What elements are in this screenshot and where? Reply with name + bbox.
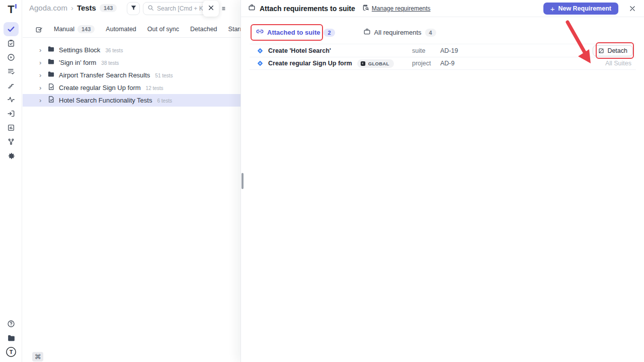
- global-badge: GLOBAL: [357, 59, 394, 68]
- tree-row-sign-in-form[interactable]: › 'Sign in' form 38 tests: [23, 56, 240, 69]
- requirements-tabs: Attached to suite 2 All requirements 4: [241, 24, 644, 41]
- tab-detached[interactable]: Detached: [190, 26, 217, 33]
- tab-starred[interactable]: Starred: [228, 26, 240, 33]
- app-logo[interactable]: T: [4, 3, 18, 16]
- branch-icon: [7, 138, 15, 146]
- folder-icon: [47, 70, 55, 80]
- manage-requirements-link[interactable]: Manage requirements: [362, 4, 431, 13]
- tab-automated[interactable]: Automated: [106, 26, 136, 33]
- sidebar-item-settings[interactable]: [4, 149, 19, 163]
- keyboard-shortcut-button[interactable]: ⌘: [32, 352, 43, 361]
- icon-rail: T: [0, 0, 22, 362]
- global-badge-label: GLOBAL: [368, 61, 389, 66]
- app-logo-letter: T: [8, 3, 14, 16]
- tab-automated-label: Automated: [106, 26, 136, 33]
- tree-item-count: 38 tests: [101, 60, 119, 66]
- app-logo-accent: [15, 4, 17, 9]
- search-icon: [147, 4, 154, 13]
- tab-attached-to-suite[interactable]: Attached to suite 2: [256, 28, 335, 37]
- suite-tree: › Settings Block 36 tests › 'Sign in' fo…: [23, 42, 240, 107]
- panel-header: Attach requirements to suite Manage requ…: [241, 0, 644, 17]
- chevron-right-icon[interactable]: ›: [39, 72, 43, 78]
- breadcrumb-section[interactable]: Tests: [77, 4, 96, 12]
- requirement-type: project: [412, 60, 431, 67]
- sidebar-item-pulse[interactable]: [4, 93, 19, 107]
- search-overlay-close-button[interactable]: [203, 1, 219, 17]
- document-check-icon: [47, 96, 55, 105]
- requirement-row-hotel-search[interactable]: Create 'Hotel Search' suite AD-19 Detach: [250, 44, 636, 57]
- tree-row-settings-block[interactable]: › Settings Block 36 tests: [23, 44, 240, 56]
- tests-count-badge: 143: [100, 4, 117, 12]
- chevron-right-icon[interactable]: ›: [39, 59, 43, 66]
- sidebar-item-steps[interactable]: [4, 78, 19, 93]
- pulse-icon: [7, 96, 15, 104]
- tab-starred-label: Starred: [228, 26, 240, 33]
- all-suites-label: All Suites: [605, 60, 631, 67]
- sidebar-item-tests[interactable]: [4, 22, 19, 36]
- sidebar-item-import[interactable]: [4, 107, 19, 121]
- folder-icon: [47, 58, 55, 67]
- sidebar-item-results[interactable]: [4, 64, 19, 78]
- tab-manual[interactable]: Manual 143: [54, 25, 95, 33]
- app-window: T: [0, 0, 644, 362]
- tree-row-create-signup[interactable]: › Create regular Sign Up form 12 tests: [23, 81, 240, 94]
- link-icon: [256, 28, 264, 37]
- account-button[interactable]: T: [4, 345, 19, 359]
- filter-button[interactable]: [127, 2, 140, 15]
- requirement-row-signup-form[interactable]: Create regular Sign Up form GLOBAL proje…: [250, 57, 636, 70]
- steps-icon: [7, 81, 15, 89]
- requirement-diamond-icon: [257, 47, 264, 54]
- plus-icon: +: [550, 5, 555, 13]
- tab-attached-count: 2: [324, 29, 335, 37]
- detach-icon: [598, 48, 604, 54]
- help-icon: [7, 320, 15, 328]
- tree-item-count: 51 tests: [155, 73, 173, 78]
- requirement-id: AD-9: [440, 60, 454, 67]
- requirement-id: AD-19: [440, 47, 458, 54]
- bulk-edit-icon[interactable]: [35, 26, 43, 33]
- chevron-right-icon[interactable]: ›: [39, 97, 43, 104]
- gear-icon: [7, 152, 16, 160]
- detach-button[interactable]: Detach: [593, 45, 633, 56]
- tab-out-of-sync[interactable]: Out of sync: [147, 26, 179, 33]
- new-requirement-button[interactable]: + New Requirement: [543, 3, 618, 15]
- close-icon: [208, 4, 214, 13]
- sidebar-item-test-plans[interactable]: [4, 36, 19, 50]
- requirement-title: Create 'Hotel Search': [268, 47, 331, 54]
- tests-panel: Agoda.com › Tests 143 Manual 143 Automat…: [23, 0, 240, 362]
- panel-title: Attach requirements to suite: [260, 5, 355, 13]
- tree-item-label: 'Sign in' form: [59, 59, 96, 66]
- tab-manual-count: 143: [77, 25, 95, 33]
- funnel-icon: [130, 4, 137, 13]
- tab-attached-label: Attached to suite: [267, 29, 320, 36]
- tree-item-label: Create regular Sign Up form: [59, 84, 141, 92]
- tree-row-airport-transfer[interactable]: › Airport Transfer Search Results 51 tes…: [23, 69, 240, 81]
- tab-detached-label: Detached: [190, 26, 217, 33]
- view-options-icon[interactable]: [221, 5, 227, 14]
- breadcrumb-project[interactable]: Agoda.com: [29, 4, 67, 12]
- folder-icon: [47, 45, 55, 55]
- panel-resize-handle[interactable]: [242, 173, 244, 189]
- breadcrumb-separator: ›: [71, 4, 73, 12]
- tab-all-requirements[interactable]: All requirements 4: [363, 28, 436, 37]
- help-button[interactable]: [4, 317, 19, 331]
- sidebar-item-runs[interactable]: [4, 50, 19, 64]
- attach-requirements-panel: Attach requirements to suite Manage requ…: [240, 0, 644, 362]
- tab-all-requirements-count: 4: [425, 29, 436, 37]
- command-key-icon: ⌘: [35, 353, 41, 360]
- sidebar-item-traceability[interactable]: [4, 135, 19, 149]
- check-icon: [7, 25, 15, 33]
- tree-item-count: 36 tests: [105, 48, 123, 53]
- chevron-right-icon[interactable]: ›: [39, 84, 43, 91]
- sidebar-item-analytics[interactable]: [4, 121, 19, 135]
- tree-row-hotel-search[interactable]: › Hotel Search Functionality Tests 6 tes…: [23, 94, 240, 107]
- filter-tabs: Manual 143 Automated Out of sync Detache…: [23, 21, 240, 38]
- briefcase-icon: [248, 4, 256, 13]
- chevron-right-icon[interactable]: ›: [39, 47, 43, 53]
- brand-circle-icon: T: [6, 346, 17, 357]
- projects-button[interactable]: [4, 331, 19, 345]
- requirement-title: Create regular Sign Up form: [268, 60, 352, 67]
- global-scope-icon: [360, 61, 366, 66]
- play-circle-icon: [7, 53, 15, 61]
- panel-close-button[interactable]: [629, 5, 636, 12]
